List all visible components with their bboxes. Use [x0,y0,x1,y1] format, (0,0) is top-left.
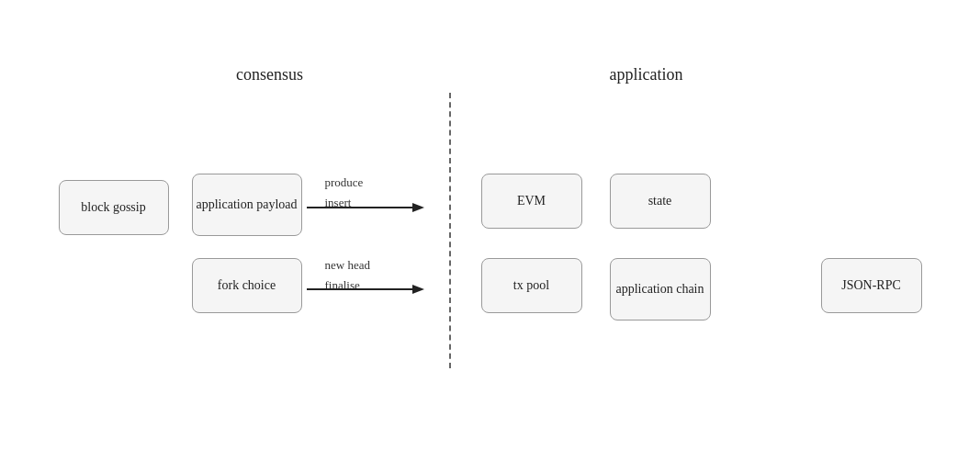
fork-choice-box: fork choice [192,258,302,313]
produce-label: produce [325,175,364,190]
bottom-arrow [307,280,426,298]
state-box: state [610,174,711,229]
svg-marker-1 [412,203,424,212]
json-rpc-box: JSON-RPC [821,258,922,313]
consensus-label: consensus [197,65,344,84]
svg-marker-3 [412,285,424,294]
evm-box: EVM [481,174,582,229]
block-gossip-box: block gossip [59,180,169,235]
new-head-label: new head [325,258,370,273]
application-payload-box: application payload [192,174,302,236]
top-arrow [307,198,426,217]
application-label: application [573,65,720,84]
application-chain-box: application chain [610,258,711,320]
diagram: consensus application block gossip appli… [40,38,941,423]
divider [449,93,451,368]
tx-pool-box: tx pool [481,258,582,313]
